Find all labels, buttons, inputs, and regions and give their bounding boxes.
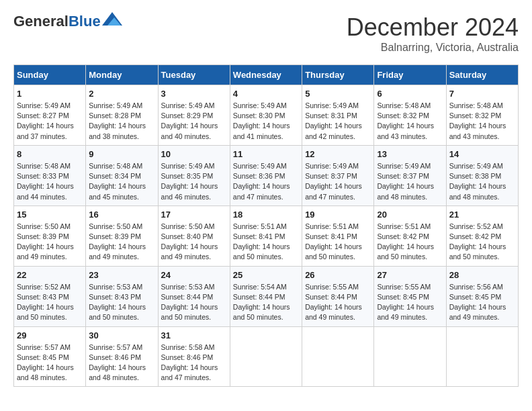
col-wednesday: Wednesday [230,65,302,85]
day-number: 13 [377,149,443,159]
day-info: Sunrise: 5:49 AMSunset: 8:28 PMDaylight:… [89,101,146,140]
day-info: Sunrise: 5:49 AMSunset: 8:36 PMDaylight:… [233,162,290,201]
day-info: Sunrise: 5:49 AMSunset: 8:37 PMDaylight:… [305,162,362,201]
table-row: 20 Sunrise: 5:51 AMSunset: 8:42 PMDaylig… [374,205,446,266]
day-number: 16 [89,210,154,220]
table-row: 11 Sunrise: 5:49 AMSunset: 8:36 PMDaylig… [230,145,302,205]
day-number: 8 [17,149,83,159]
location-subtitle: Balnarring, Victoria, Australia [347,42,519,54]
month-title: December 2024 [347,13,519,42]
table-row: 3 Sunrise: 5:49 AMSunset: 8:29 PMDayligh… [158,85,230,146]
day-info: Sunrise: 5:57 AMSunset: 8:46 PMDaylight:… [89,343,146,382]
calendar-week-row: 15 Sunrise: 5:50 AMSunset: 8:39 PMDaylig… [14,205,519,266]
table-row: 1 Sunrise: 5:49 AMSunset: 8:27 PMDayligh… [14,85,86,146]
table-row: 25 Sunrise: 5:54 AMSunset: 8:44 PMDaylig… [230,266,302,326]
day-number: 17 [161,210,227,220]
day-info: Sunrise: 5:54 AMSunset: 8:44 PMDaylight:… [233,283,290,322]
day-info: Sunrise: 5:51 AMSunset: 8:41 PMDaylight:… [233,222,290,261]
day-info: Sunrise: 5:52 AMSunset: 8:42 PMDaylight:… [449,222,506,261]
day-number: 4 [233,89,299,99]
day-number: 11 [233,149,299,159]
table-row: 17 Sunrise: 5:50 AMSunset: 8:40 PMDaylig… [158,205,230,266]
day-info: Sunrise: 5:49 AMSunset: 8:35 PMDaylight:… [161,162,218,201]
day-info: Sunrise: 5:53 AMSunset: 8:43 PMDaylight:… [89,283,146,322]
day-info: Sunrise: 5:50 AMSunset: 8:39 PMDaylight:… [89,222,146,261]
logo-icon [102,12,122,28]
col-thursday: Thursday [302,65,374,85]
day-number: 25 [233,270,299,280]
day-number: 14 [449,149,515,159]
day-info: Sunrise: 5:48 AMSunset: 8:33 PMDaylight:… [17,162,74,201]
day-info: Sunrise: 5:56 AMSunset: 8:45 PMDaylight:… [449,283,506,322]
day-number: 28 [449,270,515,280]
table-row: 5 Sunrise: 5:49 AMSunset: 8:31 PMDayligh… [302,85,374,146]
day-info: Sunrise: 5:49 AMSunset: 8:38 PMDaylight:… [449,162,506,201]
day-number: 31 [161,330,227,340]
day-info: Sunrise: 5:49 AMSunset: 8:30 PMDaylight:… [233,101,290,140]
calendar-table: Sunday Monday Tuesday Wednesday Thursday… [13,64,519,387]
table-row [446,326,518,387]
calendar-week-row: 1 Sunrise: 5:49 AMSunset: 8:27 PMDayligh… [14,85,519,146]
table-row: 30 Sunrise: 5:57 AMSunset: 8:46 PMDaylig… [86,326,158,387]
day-info: Sunrise: 5:48 AMSunset: 8:32 PMDaylight:… [449,101,506,140]
day-info: Sunrise: 5:49 AMSunset: 8:29 PMDaylight:… [161,101,218,140]
day-number: 2 [89,89,154,99]
day-number: 20 [377,210,443,220]
logo-text: GeneralBlue [13,13,101,30]
table-row [230,326,302,387]
table-row: 6 Sunrise: 5:48 AMSunset: 8:32 PMDayligh… [374,85,446,146]
day-number: 29 [17,330,83,340]
days-of-week-row: Sunday Monday Tuesday Wednesday Thursday… [14,65,519,85]
table-row: 24 Sunrise: 5:53 AMSunset: 8:44 PMDaylig… [158,266,230,326]
col-monday: Monday [86,65,158,85]
day-number: 5 [305,89,371,99]
day-number: 18 [233,210,299,220]
table-row: 21 Sunrise: 5:52 AMSunset: 8:42 PMDaylig… [446,205,518,266]
day-number: 19 [305,210,371,220]
table-row: 14 Sunrise: 5:49 AMSunset: 8:38 PMDaylig… [446,145,518,205]
table-row: 15 Sunrise: 5:50 AMSunset: 8:39 PMDaylig… [14,205,86,266]
table-row: 28 Sunrise: 5:56 AMSunset: 8:45 PMDaylig… [446,266,518,326]
table-row: 27 Sunrise: 5:55 AMSunset: 8:45 PMDaylig… [374,266,446,326]
table-row [374,326,446,387]
table-row: 16 Sunrise: 5:50 AMSunset: 8:39 PMDaylig… [86,205,158,266]
day-number: 9 [89,149,154,159]
day-info: Sunrise: 5:51 AMSunset: 8:41 PMDaylight:… [305,222,362,261]
day-info: Sunrise: 5:50 AMSunset: 8:39 PMDaylight:… [17,222,74,261]
table-row: 8 Sunrise: 5:48 AMSunset: 8:33 PMDayligh… [14,145,86,205]
page-header: GeneralBlue December 2024 Balnarring, Vi… [13,13,519,54]
table-row: 22 Sunrise: 5:52 AMSunset: 8:43 PMDaylig… [14,266,86,326]
day-info: Sunrise: 5:57 AMSunset: 8:45 PMDaylight:… [17,343,74,382]
table-row: 26 Sunrise: 5:55 AMSunset: 8:44 PMDaylig… [302,266,374,326]
day-info: Sunrise: 5:55 AMSunset: 8:44 PMDaylight:… [305,283,362,322]
day-number: 23 [89,270,154,280]
day-number: 1 [17,89,83,99]
day-number: 15 [17,210,83,220]
col-friday: Friday [374,65,446,85]
day-info: Sunrise: 5:52 AMSunset: 8:43 PMDaylight:… [17,283,74,322]
day-number: 12 [305,149,371,159]
table-row: 31 Sunrise: 5:58 AMSunset: 8:46 PMDaylig… [158,326,230,387]
day-info: Sunrise: 5:53 AMSunset: 8:44 PMDaylight:… [161,283,218,322]
day-info: Sunrise: 5:49 AMSunset: 8:31 PMDaylight:… [305,101,362,140]
table-row: 23 Sunrise: 5:53 AMSunset: 8:43 PMDaylig… [86,266,158,326]
day-info: Sunrise: 5:48 AMSunset: 8:32 PMDaylight:… [377,101,434,140]
calendar-week-row: 8 Sunrise: 5:48 AMSunset: 8:33 PMDayligh… [14,145,519,205]
day-number: 22 [17,270,83,280]
day-info: Sunrise: 5:49 AMSunset: 8:27 PMDaylight:… [17,101,74,140]
day-number: 3 [161,89,227,99]
calendar-header: Sunday Monday Tuesday Wednesday Thursday… [14,65,519,85]
col-saturday: Saturday [446,65,518,85]
table-row: 29 Sunrise: 5:57 AMSunset: 8:45 PMDaylig… [14,326,86,387]
day-info: Sunrise: 5:58 AMSunset: 8:46 PMDaylight:… [161,343,218,382]
day-info: Sunrise: 5:48 AMSunset: 8:34 PMDaylight:… [89,162,146,201]
day-info: Sunrise: 5:55 AMSunset: 8:45 PMDaylight:… [377,283,434,322]
table-row: 10 Sunrise: 5:49 AMSunset: 8:35 PMDaylig… [158,145,230,205]
table-row: 7 Sunrise: 5:48 AMSunset: 8:32 PMDayligh… [446,85,518,146]
table-row: 4 Sunrise: 5:49 AMSunset: 8:30 PMDayligh… [230,85,302,146]
day-number: 6 [377,89,443,99]
day-info: Sunrise: 5:49 AMSunset: 8:37 PMDaylight:… [377,162,434,201]
day-number: 30 [89,330,154,340]
day-number: 7 [449,89,515,99]
day-number: 10 [161,149,227,159]
